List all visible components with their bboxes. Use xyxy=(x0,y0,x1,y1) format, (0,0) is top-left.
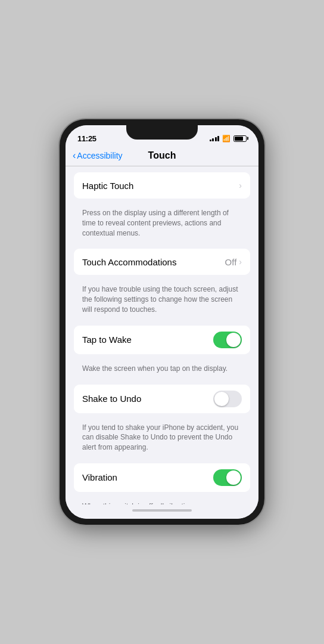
shake-to-undo-label: Shake to Undo xyxy=(82,394,213,404)
haptic-touch-description: Press on the display using a different l… xyxy=(74,205,250,243)
vibration-section: Vibration xyxy=(74,463,250,492)
vibration-row: Vibration xyxy=(74,463,250,492)
tap-to-wake-row: Tap to Wake xyxy=(74,326,250,354)
notch xyxy=(126,125,198,140)
chevron-right-icon: › xyxy=(239,257,242,267)
vibration-description: When this switch is off, all vibration o… xyxy=(74,498,250,504)
back-label: Accessibility xyxy=(77,151,122,160)
page-title: Touch xyxy=(148,150,176,161)
shake-to-undo-description: If you tend to shake your iPhone by acci… xyxy=(74,419,250,457)
shake-to-undo-toggle[interactable] xyxy=(213,391,242,407)
status-time: 11:25 xyxy=(77,134,96,143)
content-area: Haptic Touch › Press on the display usin… xyxy=(66,166,258,504)
touch-accommodations-row[interactable]: Touch Accommodations Off › xyxy=(74,249,250,275)
vibration-toggle[interactable] xyxy=(213,469,242,486)
tap-to-wake-label: Tap to Wake xyxy=(82,335,213,345)
nav-header: ‹ Accessibility Touch xyxy=(66,147,258,166)
phone-frame: 11:25 📶 ‹ Accessibility Touch xyxy=(60,119,264,525)
home-indicator xyxy=(66,504,258,519)
signal-icon xyxy=(210,135,220,141)
shake-to-undo-row: Shake to Undo xyxy=(74,385,250,413)
wifi-icon: 📶 xyxy=(222,135,230,143)
status-icons: 📶 xyxy=(210,135,247,143)
haptic-touch-section: Haptic Touch › xyxy=(74,172,250,199)
haptic-touch-label: Haptic Touch xyxy=(82,181,239,191)
touch-accommodations-label: Touch Accommodations xyxy=(82,257,225,267)
battery-icon xyxy=(233,135,247,142)
tap-to-wake-toggle[interactable] xyxy=(213,332,242,348)
vibration-label: Vibration xyxy=(82,472,213,482)
touch-accommodations-section: Touch Accommodations Off › xyxy=(74,249,250,275)
phone-screen: 11:25 📶 ‹ Accessibility Touch xyxy=(66,125,258,519)
tap-to-wake-description: Wake the screen when you tap on the disp… xyxy=(74,360,250,379)
haptic-touch-row[interactable]: Haptic Touch › xyxy=(74,172,250,199)
chevron-right-icon: › xyxy=(239,181,242,190)
touch-accommodations-value: Off xyxy=(225,257,237,267)
chevron-left-icon: ‹ xyxy=(73,151,76,160)
home-bar xyxy=(132,509,192,512)
back-button[interactable]: ‹ Accessibility xyxy=(73,151,123,160)
touch-accommodations-description: If you have trouble using the touch scre… xyxy=(74,281,250,319)
tap-to-wake-section: Tap to Wake xyxy=(74,326,250,354)
shake-to-undo-section: Shake to Undo xyxy=(74,385,250,413)
